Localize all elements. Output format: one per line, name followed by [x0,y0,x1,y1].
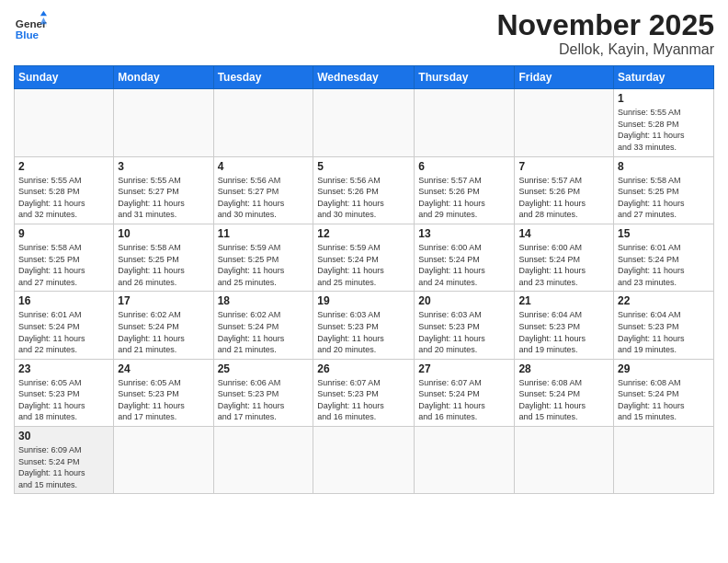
day-number: 28 [518,362,609,375]
day-number: 24 [118,362,209,375]
calendar-cell: 6Sunrise: 5:57 AMSunset: 5:26 PMDaylight… [415,156,515,224]
day-number: 15 [618,227,710,240]
day-number: 11 [218,227,310,240]
day-info: Sunrise: 5:59 AMSunset: 5:24 PMDaylight:… [317,242,410,288]
calendar-cell: 22Sunrise: 6:04 AMSunset: 5:23 PMDayligh… [614,292,714,359]
day-info: Sunrise: 5:57 AMSunset: 5:26 PMDaylight:… [418,175,510,221]
day-number: 22 [618,294,710,307]
day-info: Sunrise: 6:04 AMSunset: 5:23 PMDaylight:… [618,309,710,355]
day-number: 8 [618,160,710,173]
calendar-cell: 19Sunrise: 6:03 AMSunset: 5:23 PMDayligh… [313,292,415,359]
calendar-cell: 4Sunrise: 5:56 AMSunset: 5:27 PMDaylight… [213,156,313,224]
day-number: 16 [18,294,109,307]
day-number: 3 [118,160,209,173]
weekday-header-row: SundayMondayTuesdayWednesdayThursdayFrid… [15,66,714,89]
calendar-cell [415,427,515,494]
title-block: November 2025 Dellok, Kayin, Myanmar [496,9,714,58]
logo: General Blue [14,9,47,42]
day-info: Sunrise: 5:55 AMSunset: 5:28 PMDaylight:… [618,107,710,153]
day-info: Sunrise: 5:55 AMSunset: 5:27 PMDaylight:… [118,175,209,221]
day-info: Sunrise: 6:09 AMSunset: 5:24 PMDaylight:… [18,444,109,490]
calendar: SundayMondayTuesdayWednesdayThursdayFrid… [14,65,714,494]
day-info: Sunrise: 6:08 AMSunset: 5:24 PMDaylight:… [618,377,710,423]
calendar-cell [114,89,213,156]
day-info: Sunrise: 6:05 AMSunset: 5:23 PMDaylight:… [18,377,109,423]
calendar-cell [313,89,415,156]
day-number: 29 [618,362,710,375]
weekday-saturday: Saturday [614,66,714,89]
day-info: Sunrise: 5:58 AMSunset: 5:25 PMDaylight:… [618,175,710,221]
calendar-cell: 30Sunrise: 6:09 AMSunset: 5:24 PMDayligh… [15,427,114,494]
weekday-sunday: Sunday [15,66,114,89]
calendar-cell: 14Sunrise: 6:00 AMSunset: 5:24 PMDayligh… [515,224,614,291]
weekday-wednesday: Wednesday [313,66,415,89]
day-number: 6 [418,160,510,173]
calendar-cell: 18Sunrise: 6:02 AMSunset: 5:24 PMDayligh… [213,292,313,359]
week-row-2: 9Sunrise: 5:58 AMSunset: 5:25 PMDaylight… [15,224,714,291]
month-title: November 2025 [496,9,714,41]
calendar-cell: 28Sunrise: 6:08 AMSunset: 5:24 PMDayligh… [515,359,614,426]
calendar-cell [313,427,415,494]
week-row-0: 1Sunrise: 5:55 AMSunset: 5:28 PMDaylight… [15,89,714,156]
day-info: Sunrise: 6:04 AMSunset: 5:23 PMDaylight:… [518,309,609,355]
calendar-cell [213,89,313,156]
calendar-cell [114,427,213,494]
week-row-4: 23Sunrise: 6:05 AMSunset: 5:23 PMDayligh… [15,359,714,426]
day-info: Sunrise: 6:00 AMSunset: 5:24 PMDaylight:… [518,242,609,288]
day-number: 27 [418,362,510,375]
calendar-cell: 8Sunrise: 5:58 AMSunset: 5:25 PMDaylight… [614,156,714,224]
calendar-cell: 5Sunrise: 5:56 AMSunset: 5:26 PMDaylight… [313,156,415,224]
day-number: 12 [317,227,410,240]
day-info: Sunrise: 6:07 AMSunset: 5:24 PMDaylight:… [418,377,510,423]
day-info: Sunrise: 5:58 AMSunset: 5:25 PMDaylight:… [118,242,209,288]
calendar-cell: 11Sunrise: 5:59 AMSunset: 5:25 PMDayligh… [213,224,313,291]
day-number: 21 [518,294,609,307]
week-row-5: 30Sunrise: 6:09 AMSunset: 5:24 PMDayligh… [15,427,714,494]
day-number: 5 [317,160,410,173]
calendar-cell: 23Sunrise: 6:05 AMSunset: 5:23 PMDayligh… [15,359,114,426]
day-info: Sunrise: 6:05 AMSunset: 5:23 PMDaylight:… [118,377,209,423]
day-number: 10 [118,227,209,240]
calendar-cell: 7Sunrise: 5:57 AMSunset: 5:26 PMDaylight… [515,156,614,224]
day-info: Sunrise: 5:57 AMSunset: 5:26 PMDaylight:… [518,175,609,221]
day-info: Sunrise: 6:03 AMSunset: 5:23 PMDaylight:… [317,309,410,355]
day-number: 20 [418,294,510,307]
svg-marker-2 [40,11,47,16]
day-number: 1 [618,92,710,105]
day-number: 30 [18,430,109,442]
day-info: Sunrise: 5:56 AMSunset: 5:27 PMDaylight:… [218,175,310,221]
day-info: Sunrise: 6:02 AMSunset: 5:24 PMDaylight:… [218,309,310,355]
header: General Blue November 2025 Dellok, Kayin… [14,9,714,58]
day-info: Sunrise: 5:59 AMSunset: 5:25 PMDaylight:… [218,242,310,288]
calendar-cell [515,89,614,156]
calendar-cell: 21Sunrise: 6:04 AMSunset: 5:23 PMDayligh… [515,292,614,359]
calendar-cell: 27Sunrise: 6:07 AMSunset: 5:24 PMDayligh… [415,359,515,426]
weekday-tuesday: Tuesday [213,66,313,89]
calendar-cell: 26Sunrise: 6:07 AMSunset: 5:23 PMDayligh… [313,359,415,426]
calendar-cell: 10Sunrise: 5:58 AMSunset: 5:25 PMDayligh… [114,224,213,291]
day-info: Sunrise: 6:02 AMSunset: 5:24 PMDaylight:… [118,309,209,355]
location-title: Dellok, Kayin, Myanmar [496,41,714,58]
calendar-cell [15,89,114,156]
svg-text:Blue: Blue [16,29,40,40]
day-number: 13 [418,227,510,240]
day-number: 14 [518,227,609,240]
day-number: 25 [218,362,310,375]
day-number: 18 [218,294,310,307]
day-info: Sunrise: 5:55 AMSunset: 5:28 PMDaylight:… [18,175,109,221]
calendar-cell [213,427,313,494]
logo-icon: General Blue [14,9,47,42]
day-info: Sunrise: 5:58 AMSunset: 5:25 PMDaylight:… [18,242,109,288]
weekday-thursday: Thursday [415,66,515,89]
day-number: 4 [218,160,310,173]
calendar-cell: 9Sunrise: 5:58 AMSunset: 5:25 PMDaylight… [15,224,114,291]
day-info: Sunrise: 6:08 AMSunset: 5:24 PMDaylight:… [518,377,609,423]
calendar-cell: 16Sunrise: 6:01 AMSunset: 5:24 PMDayligh… [15,292,114,359]
day-info: Sunrise: 6:01 AMSunset: 5:24 PMDaylight:… [18,309,109,355]
calendar-cell: 1Sunrise: 5:55 AMSunset: 5:28 PMDaylight… [614,89,714,156]
calendar-cell: 24Sunrise: 6:05 AMSunset: 5:23 PMDayligh… [114,359,213,426]
calendar-cell: 12Sunrise: 5:59 AMSunset: 5:24 PMDayligh… [313,224,415,291]
day-info: Sunrise: 5:56 AMSunset: 5:26 PMDaylight:… [317,175,410,221]
calendar-cell [614,427,714,494]
day-info: Sunrise: 6:03 AMSunset: 5:23 PMDaylight:… [418,309,510,355]
